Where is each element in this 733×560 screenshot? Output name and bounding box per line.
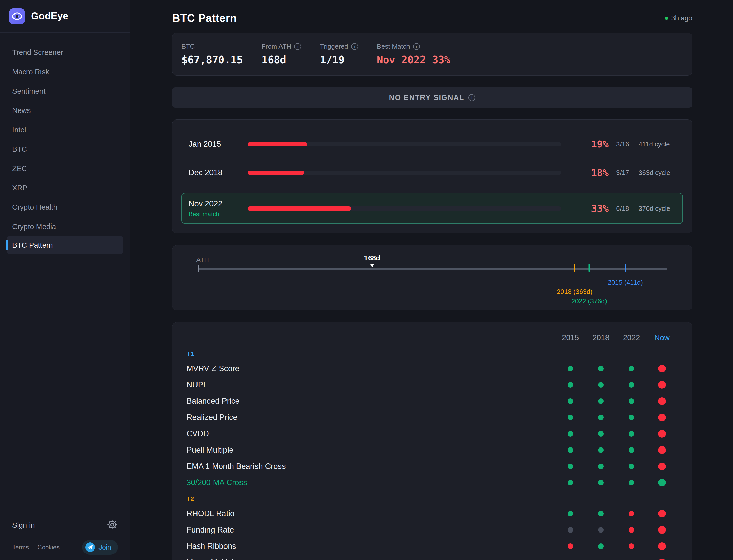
match-bar-fill <box>248 142 307 146</box>
sidebar-item-xrp[interactable]: XRP <box>0 178 130 198</box>
status-cell-now <box>647 446 677 454</box>
sidebar-header: GodEye <box>0 0 130 33</box>
sidebar-footer: Sign in <box>0 512 130 560</box>
sidebar-item-btc-pattern[interactable]: BTC Pattern <box>7 236 123 254</box>
indicator-row-30-200-ma-cross: 30/200 MA Cross <box>187 474 677 491</box>
column-header-2018: 2018 <box>586 333 616 342</box>
indicator-name: Hash Ribbons <box>187 542 555 551</box>
entry-signal-text: NO ENTRY SIGNAL <box>389 93 464 102</box>
stat-value: 168d <box>262 54 301 66</box>
status-cell-2018 <box>586 366 616 371</box>
sign-in-link[interactable]: Sign in <box>12 521 35 529</box>
live-status-dot <box>665 17 668 20</box>
status-dot-green <box>629 398 634 404</box>
pattern-row-label: Dec 2018 <box>189 168 248 177</box>
status-dot-green <box>629 431 634 437</box>
pattern-row-nov-2022: Nov 2022Best match33%6/18376d cycle <box>182 193 682 223</box>
best-match-badge: Best match <box>189 211 248 218</box>
status-cell-now <box>647 365 677 372</box>
section-header-t2: T2 <box>187 492 677 506</box>
status-cell-2018 <box>586 543 616 549</box>
sidebar-item-label: News <box>12 106 31 115</box>
sidebar-item-crypto-media[interactable]: Crypto Media <box>0 217 130 236</box>
info-icon[interactable]: i <box>294 43 301 50</box>
status-dot-green <box>629 366 634 371</box>
sidebar-item-intel[interactable]: Intel <box>0 120 130 139</box>
indicator-row-ema-1-month-bearish-cross: EMA 1 Month Bearish Cross <box>187 458 677 474</box>
pattern-row-metrics: 19%3/16411d cycle <box>577 138 676 150</box>
status-cell-now <box>647 479 677 486</box>
timeline-label-2018: 2018 (363d) <box>557 288 593 296</box>
sidebar-item-crypto-health[interactable]: Crypto Health <box>0 198 130 217</box>
status-dot-green <box>598 398 604 404</box>
status-cell-2018 <box>586 464 616 469</box>
status-cell-2018 <box>586 527 616 533</box>
status-dot-red <box>658 446 666 454</box>
indicator-name: Mayer Multiple <box>187 558 555 560</box>
pattern-row-label-wrap: Dec 2018 <box>189 168 248 177</box>
telegram-join-button[interactable]: Join <box>82 540 118 555</box>
terms-link[interactable]: Terms <box>12 544 29 551</box>
cookies-link[interactable]: Cookies <box>37 544 60 551</box>
sidebar-item-trend-screener[interactable]: Trend Screener <box>0 43 130 62</box>
sidebar-item-zec[interactable]: ZEC <box>0 159 130 178</box>
sidebar-item-btc[interactable]: BTC <box>0 139 130 159</box>
status-cell-2022 <box>616 398 647 404</box>
stat-label: From ATHi <box>262 43 301 50</box>
sidebar-item-label: Trend Screener <box>12 48 63 57</box>
settings-gear-icon[interactable] <box>107 519 118 531</box>
stat-label-text: Triggered <box>320 43 348 50</box>
status-cell-2015 <box>555 382 586 388</box>
status-dot-green <box>568 447 573 453</box>
pattern-row-dec-2018: Dec 201818%3/17363d cycle <box>181 158 683 187</box>
entry-signal-info-icon[interactable]: i <box>468 94 475 101</box>
sidebar-item-macro-risk[interactable]: Macro Risk <box>0 62 130 81</box>
status-dot-green <box>629 464 634 469</box>
sidebar-item-news[interactable]: News <box>0 101 130 120</box>
status-dot-red <box>658 510 666 517</box>
status-cell-now <box>647 397 677 405</box>
stat-from-ath: From ATHi168d <box>262 43 301 66</box>
indicator-name: RHODL Ratio <box>187 509 555 518</box>
status-cell-2018 <box>586 382 616 388</box>
info-icon[interactable]: i <box>351 43 358 50</box>
page-title: BTC Pattern <box>172 12 237 24</box>
pattern-row-label: Nov 2022 <box>189 199 248 208</box>
current-marker-arrow-icon <box>370 264 374 267</box>
indicator-table-card: 201520182022NowT1MVRV Z-ScoreNUPLBalance… <box>172 322 692 560</box>
status-dot-green <box>568 398 573 404</box>
sidebar-item-label: ZEC <box>12 164 27 173</box>
pattern-comparison-card: Jan 201519%3/16411d cycleDec 201818%3/17… <box>172 119 692 233</box>
status-cell-now <box>647 542 677 550</box>
status-cell-2015 <box>555 511 586 516</box>
info-icon[interactable]: i <box>413 43 420 50</box>
indicator-row-funding-rate: Funding Rate <box>187 522 677 538</box>
status-cell-2015 <box>555 527 586 533</box>
match-bar-track <box>248 171 561 175</box>
pattern-row-metrics: 33%6/18376d cycle <box>577 203 676 214</box>
section-label: T2 <box>187 495 194 502</box>
status-cell-now <box>647 510 677 517</box>
status-cell-2015 <box>555 480 586 485</box>
sidebar-item-label: Sentiment <box>12 87 46 95</box>
indicator-name: Puell Multiple <box>187 445 555 455</box>
pattern-row-jan-2015: Jan 201519%3/16411d cycle <box>181 130 683 158</box>
stat-triggered: Triggeredi1/19 <box>320 43 358 66</box>
status-dot-red <box>568 543 573 549</box>
timeline-tick-2015 <box>625 264 626 272</box>
sidebar-item-label: BTC <box>12 145 27 153</box>
match-bar-track <box>248 142 561 146</box>
stat-label: BTC <box>181 43 243 50</box>
section-label: T1 <box>187 350 194 357</box>
telegram-icon <box>85 542 95 552</box>
sidebar-item-sentiment[interactable]: Sentiment <box>0 81 130 101</box>
main-content: BTC Pattern 3h ago BTC$67,870.15From ATH… <box>130 0 733 560</box>
status-dot-red <box>658 559 666 560</box>
cycle-length: 363d cycle <box>639 169 676 177</box>
indicator-name: CVDD <box>187 429 555 438</box>
status-cell-2022 <box>616 366 647 371</box>
indicator-row-nupl: NUPL <box>187 377 677 393</box>
status-cell-2015 <box>555 543 586 549</box>
status-cell-2015 <box>555 366 586 371</box>
status-cell-2015 <box>555 415 586 420</box>
